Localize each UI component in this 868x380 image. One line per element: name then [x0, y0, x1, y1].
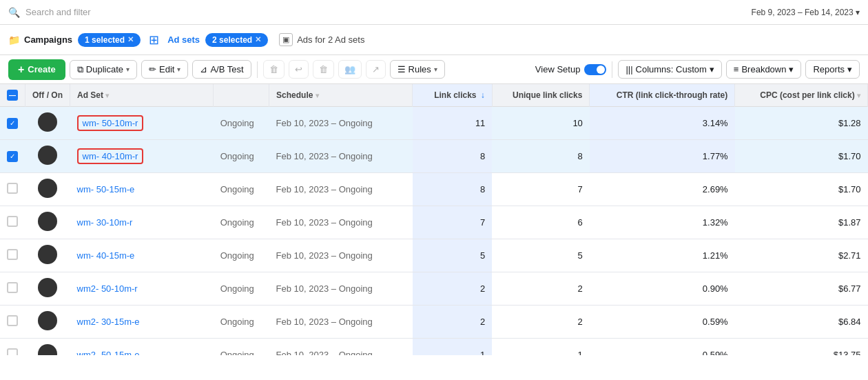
header-cpc[interactable]: CPC (cost per link click) ▾: [735, 84, 868, 107]
header-adset[interactable]: Ad Set ▾: [70, 84, 214, 107]
adset-link[interactable]: wm- 30-10m-r: [77, 217, 133, 228]
rules-button[interactable]: ☰ Rules ▾: [390, 60, 445, 79]
breakdown-button[interactable]: ≡ Breakdown ▾: [726, 60, 802, 79]
row-adset-name[interactable]: wm- 40-10m-r: [70, 140, 214, 173]
columns-button[interactable]: ||| Columns: Custom ▾: [618, 60, 721, 79]
row-checkbox-cell[interactable]: ✓: [0, 140, 25, 173]
row-ctr: 1.21%: [590, 239, 735, 272]
row-uniqueclicks: 1: [492, 339, 590, 356]
ads-label-text: Ads for 2 Ad sets: [297, 34, 364, 45]
campaigns-badge-close[interactable]: ✕: [127, 35, 134, 44]
row-checkbox-cell[interactable]: [0, 206, 25, 239]
row-checkbox-cell[interactable]: [0, 339, 25, 356]
adset-link[interactable]: wm- 50-10m-r: [77, 115, 144, 131]
breakdown-caret-icon: ▾: [789, 64, 794, 74]
adset-link[interactable]: wm- 50-15m-e: [77, 184, 135, 194]
table-wrapper: — Off / On Ad Set ▾ Schedule ▾ Link clic…: [0, 84, 868, 355]
row-toggle-cell[interactable]: [25, 107, 70, 140]
row-schedule: Feb 10, 2023 – Ongoing: [269, 140, 413, 173]
header-checkbox[interactable]: —: [7, 90, 18, 101]
row-adset-name[interactable]: wm- 30-10m-r: [70, 206, 214, 239]
header-schedule[interactable]: Schedule ▾: [269, 84, 413, 107]
row-checkbox[interactable]: ✓: [7, 118, 18, 129]
delete-button[interactable]: 🗑: [263, 60, 285, 79]
row-checkbox[interactable]: [7, 249, 18, 260]
row-checkbox-cell[interactable]: ✓: [0, 107, 25, 140]
row-status: Ongoing: [214, 206, 269, 239]
view-setup-toggle[interactable]: [584, 64, 606, 75]
row-cpc: $2.71: [735, 239, 868, 272]
adsets-badge-close[interactable]: ✕: [255, 35, 261, 44]
row-toggle[interactable]: [38, 311, 57, 330]
undo-button[interactable]: ↩: [289, 60, 309, 79]
header-linkclicks[interactable]: Link clicks ↓: [413, 84, 493, 107]
row-checkbox[interactable]: [7, 348, 18, 355]
toolbar-divider-1: [257, 61, 258, 78]
adset-link[interactable]: wm2- 30-15m-e: [77, 317, 140, 327]
row-toggle-cell[interactable]: [25, 206, 70, 239]
row-checkbox[interactable]: ✓: [7, 151, 18, 162]
adset-link[interactable]: wm- 40-15m-e: [77, 250, 135, 261]
row-linkclicks: 5: [413, 239, 493, 272]
row-adset-name[interactable]: wm2- 50-10m-r: [70, 272, 214, 306]
people-button[interactable]: 👥: [338, 60, 362, 79]
row-toggle-cell[interactable]: [25, 272, 70, 306]
search-bar: 🔍 Search and filter Feb 9, 2023 – Feb 14…: [0, 0, 868, 25]
duplicate-button[interactable]: ⧉ Duplicate ▾: [70, 60, 137, 79]
row-checkbox[interactable]: [7, 183, 18, 194]
row-toggle[interactable]: [38, 344, 57, 355]
adsets-selected-badge[interactable]: 2 selected ✕: [205, 33, 268, 47]
row-toggle[interactable]: [38, 112, 57, 132]
row-toggle[interactable]: [38, 179, 57, 198]
header-uniqueclicks[interactable]: Unique link clicks: [492, 84, 590, 107]
create-button[interactable]: + Create: [8, 59, 65, 80]
row-adset-name[interactable]: wm- 50-15m-e: [70, 173, 214, 206]
date-range[interactable]: Feb 9, 2023 – Feb 14, 2023 ▾: [752, 8, 860, 17]
row-toggle[interactable]: [38, 212, 57, 231]
row-checkbox-cell[interactable]: [0, 306, 25, 339]
row-toggle[interactable]: [38, 245, 57, 264]
search-icon: 🔍: [8, 7, 20, 18]
toolbar-divider-2: [612, 61, 612, 78]
row-toggle-cell[interactable]: [25, 173, 70, 206]
row-toggle[interactable]: [38, 146, 57, 165]
row-toggle-cell[interactable]: [25, 239, 70, 272]
row-adset-name[interactable]: wm2- 50-15m-e: [70, 339, 214, 356]
adset-link[interactable]: wm- 40-10m-r: [77, 148, 144, 164]
row-adset-name[interactable]: wm2- 30-15m-e: [70, 306, 214, 339]
ab-test-button[interactable]: ⊿ A/B Test: [192, 60, 251, 79]
row-linkclicks: 2: [413, 306, 493, 339]
header-checkbox-cell[interactable]: —: [0, 84, 25, 107]
row-toggle-cell[interactable]: [25, 339, 70, 356]
campaigns-icon: 📁: [8, 34, 20, 46]
table-row: ✓ wm- 50-10m-r Ongoing Feb 10, 2023 – On…: [0, 107, 868, 140]
edit-button[interactable]: ✏ Edit ▾: [141, 60, 188, 79]
row-checkbox[interactable]: [7, 216, 18, 227]
row-checkbox[interactable]: [7, 315, 18, 326]
export-button[interactable]: ↗: [366, 60, 386, 79]
adset-link[interactable]: wm2- 50-10m-r: [77, 283, 138, 294]
search-input-placeholder[interactable]: Search and filter: [25, 7, 91, 17]
discard-button[interactable]: 🗑: [313, 60, 334, 79]
row-adset-name[interactable]: wm- 40-15m-e: [70, 239, 214, 272]
rules-icon: ☰: [397, 64, 406, 74]
adset-link[interactable]: wm2- 50-15m-e: [77, 350, 140, 355]
campaigns-nav: 📁 Campaigns: [8, 34, 72, 46]
row-checkbox-cell[interactable]: [0, 272, 25, 306]
campaigns-selected-badge[interactable]: 1 selected ✕: [78, 33, 141, 47]
row-toggle[interactable]: [38, 278, 57, 297]
adsets-label[interactable]: Ad sets: [167, 34, 200, 45]
row-schedule: Feb 10, 2023 – Ongoing: [269, 173, 413, 206]
header-ctr[interactable]: CTR (link click-through rate): [590, 84, 735, 107]
row-toggle-cell[interactable]: [25, 306, 70, 339]
row-cpc: $6.77: [735, 272, 868, 306]
row-toggle-cell[interactable]: [25, 140, 70, 173]
row-checkbox[interactable]: [7, 282, 18, 293]
row-checkbox-cell[interactable]: [0, 173, 25, 206]
campaigns-label[interactable]: Campaigns: [24, 34, 72, 45]
row-adset-name[interactable]: wm- 50-10m-r: [70, 107, 214, 140]
row-checkbox-cell[interactable]: [0, 239, 25, 272]
reports-button[interactable]: Reports ▾: [805, 60, 860, 79]
row-status: Ongoing: [214, 306, 269, 339]
row-cpc: $1.87: [735, 206, 868, 239]
